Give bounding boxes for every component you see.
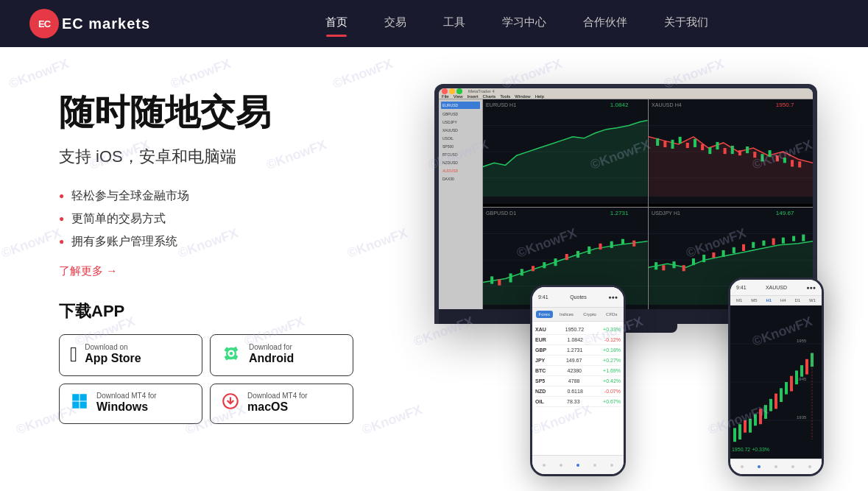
- features-list: 轻松参与全球金融市场 更简单的交易方式 拥有多账户管理系统: [59, 188, 412, 250]
- hero-subtitle: 支持 iOS，安卓和电脑端: [59, 146, 412, 168]
- mt4-sidebar: EURUSD GBPUSD USDJPY XAUUSD USOIL SP500 …: [439, 99, 483, 309]
- svg-rect-18: [685, 143, 688, 148]
- nav-item-tools[interactable]: 工具: [443, 15, 465, 32]
- header: EC EC markets 首页 交易 工具 学习中心 合作伙伴 关于我们: [0, 0, 868, 47]
- appstore-large-label: App Store: [85, 351, 141, 367]
- apple-icon: : [70, 343, 77, 367]
- svg-text:XAUUSD H4: XAUUSD H4: [652, 102, 682, 108]
- svg-text:149.67: 149.67: [775, 210, 794, 216]
- svg-text:1950.72 +0.33%: 1950.72 +0.33%: [732, 447, 770, 453]
- phone-right-chart: 1955 1945 1935: [730, 305, 822, 459]
- chart-panel-1: EURUSD H1 1.0842: [483, 99, 648, 207]
- download-grid:  Download on App Store Download for And…: [59, 334, 353, 424]
- phone-left: 9:41 Quotes ●●● Forex Indices Crypto CFD…: [530, 285, 626, 476]
- svg-rect-86: [738, 425, 741, 440]
- svg-rect-15: [663, 141, 666, 147]
- quote-row-usdjpy: JPY 149.67 +0.27%: [535, 356, 621, 366]
- svg-rect-23: [723, 148, 726, 154]
- left-panel: 随时随地交易 支持 iOS，安卓和电脑端 轻松参与全球金融市场 更简单的交易方式…: [59, 77, 412, 476]
- svg-rect-99: [805, 359, 808, 375]
- svg-rect-92: [769, 399, 772, 411]
- learn-more-link[interactable]: 了解更多 →: [59, 264, 117, 278]
- svg-rect-88: [749, 419, 752, 433]
- nav-item-learn[interactable]: 学习中心: [502, 15, 546, 32]
- svg-rect-26: [746, 146, 749, 153]
- svg-rect-30: [775, 155, 778, 161]
- chart-panel-2: XAUUSD H4 1950.7: [649, 99, 814, 207]
- svg-rect-87: [744, 420, 747, 433]
- quote-row-gbpusd: GBP 1.2731 +0.18%: [535, 345, 621, 356]
- svg-rect-76: [792, 236, 795, 241]
- phone-right-header: 9:41 XAUUSD ●●●: [730, 280, 822, 296]
- svg-rect-48: [565, 254, 568, 260]
- download-section: 下载APP  Download on App Store Do: [59, 300, 412, 424]
- mt4-title: MetaTrader 4: [468, 89, 495, 93]
- svg-rect-42: [498, 280, 501, 286]
- svg-rect-85: [733, 428, 736, 442]
- download-windows-button[interactable]: Download MT4 for Windows: [59, 384, 202, 424]
- phone-left-nav: [532, 455, 624, 474]
- svg-rect-24: [730, 146, 733, 154]
- quote-row-eurusd: EUR 1.0842 -0.12%: [535, 335, 621, 345]
- logo-text: EC markets: [62, 15, 150, 32]
- svg-rect-98: [800, 365, 803, 377]
- close-dot: [442, 88, 448, 94]
- svg-rect-93: [775, 394, 777, 409]
- svg-rect-69: [721, 250, 724, 257]
- svg-rect-97: [795, 371, 798, 385]
- download-macos-button[interactable]: Download MT4 for macOS: [210, 384, 353, 424]
- phone-right-screen: 9:41 XAUUSD ●●● M1 M5 H1 H4 D1 W1: [730, 280, 822, 474]
- svg-rect-54: [632, 241, 635, 247]
- svg-rect-94: [780, 389, 783, 403]
- svg-rect-41: [490, 277, 493, 284]
- svg-text:1945: 1945: [797, 376, 807, 381]
- monitor-screen: MetaTrader 4 FileViewInsertChartsToolsWi…: [439, 88, 813, 309]
- android-small-label: Download for: [249, 344, 294, 351]
- macos-large-label: macOS: [247, 400, 308, 415]
- windows-icon: [70, 392, 89, 416]
- mt4-interface: MetaTrader 4 FileViewInsertChartsToolsWi…: [439, 88, 813, 309]
- hero-title: 随时随地交易: [59, 91, 412, 134]
- feature-item-3: 拥有多账户管理系统: [59, 234, 412, 250]
- svg-text:1.0842: 1.0842: [610, 102, 629, 108]
- svg-rect-63: [662, 265, 665, 270]
- android-icon: [221, 342, 241, 368]
- mt4-toolbar: MetaTrader 4: [439, 88, 813, 94]
- svg-rect-20: [701, 144, 704, 150]
- svg-rect-21: [708, 147, 711, 154]
- logo[interactable]: EC EC markets: [29, 9, 150, 38]
- svg-rect-90: [759, 409, 762, 425]
- nav-item-home[interactable]: 首页: [325, 15, 347, 32]
- svg-text:GBPUSD D1: GBPUSD D1: [486, 211, 516, 216]
- svg-text:EURUSD H1: EURUSD H1: [486, 102, 516, 108]
- svg-text:USDJPY H1: USDJPY H1: [652, 211, 680, 216]
- svg-text:1.2731: 1.2731: [610, 210, 629, 216]
- quotes-list: XAU 1950.72 +0.33% EUR 1.0842 -0.12% GBP…: [532, 322, 624, 410]
- main-nav: 首页 交易 工具 学习中心 合作伙伴 关于我们: [194, 15, 839, 32]
- nav-item-about[interactable]: 关于我们: [664, 15, 708, 32]
- svg-rect-47: [554, 258, 557, 266]
- nav-item-partner[interactable]: 合作伙伴: [583, 15, 627, 32]
- nav-item-trade[interactable]: 交易: [384, 15, 406, 32]
- logo-icon: EC: [29, 9, 59, 38]
- svg-rect-95: [785, 382, 788, 395]
- svg-rect-16: [671, 140, 674, 149]
- svg-rect-72: [752, 242, 755, 248]
- svg-text:1955: 1955: [797, 338, 807, 343]
- feature-item-1: 轻松参与全球金融市场: [59, 188, 412, 204]
- download-appstore-button[interactable]:  Download on App Store: [59, 334, 202, 376]
- max-dot: [456, 88, 462, 94]
- svg-rect-19: [693, 139, 696, 147]
- svg-rect-52: [610, 241, 613, 248]
- phone-left-header: 9:41 Quotes ●●●: [532, 287, 624, 308]
- svg-rect-91: [764, 406, 767, 420]
- quote-row-xauusd: XAU 1950.72 +0.33%: [535, 325, 621, 335]
- svg-rect-14: [656, 138, 659, 146]
- svg-rect-75: [781, 238, 784, 244]
- quote-row-nzdusd: NZD 0.6118 -0.07%: [535, 386, 621, 397]
- svg-rect-96: [790, 376, 793, 392]
- svg-rect-50: [588, 247, 590, 254]
- svg-rect-45: [532, 266, 534, 271]
- download-android-button[interactable]: Download for Android: [210, 334, 353, 376]
- svg-rect-73: [762, 241, 765, 246]
